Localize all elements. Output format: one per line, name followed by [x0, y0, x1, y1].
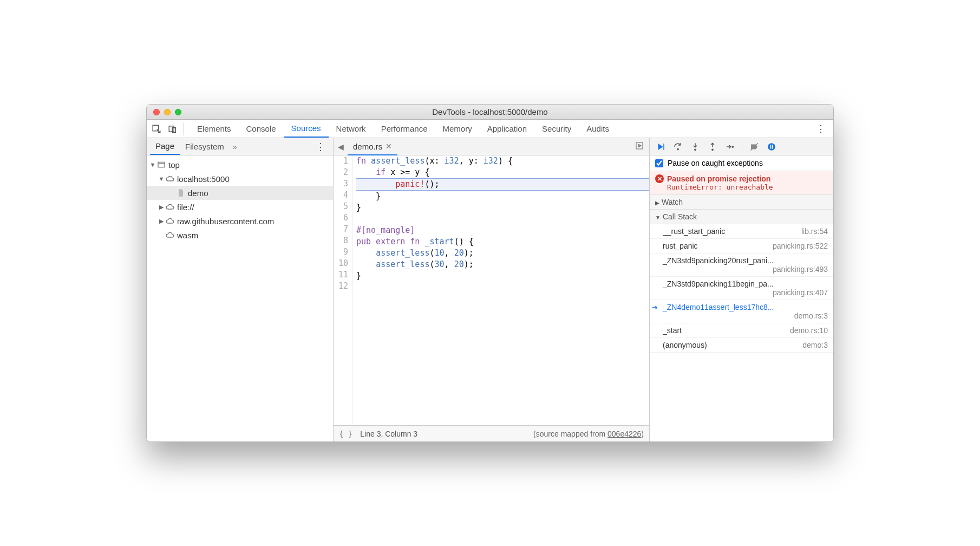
code-line-11[interactable]: } — [356, 270, 649, 282]
code-line-9[interactable]: assert_less(10, 20); — [356, 248, 649, 259]
tab-elements[interactable]: Elements — [190, 120, 239, 138]
stack-frame[interactable]: _ZN3std9panicking20rust_pani...panicking… — [650, 253, 833, 277]
navigator-panel: PageFilesystem » ⋮ ▼ top ▼ localhost:500… — [147, 138, 334, 441]
code-editor[interactable]: 123456789101112 fn assert_less(x: i32, y… — [334, 155, 649, 425]
svg-point-10 — [732, 146, 733, 147]
svg-point-9 — [712, 149, 713, 150]
code-line-2[interactable]: if x >= y { — [356, 167, 649, 178]
stack-frame-location: demo:3 — [799, 341, 828, 349]
navigator-tab-filesystem[interactable]: Filesystem — [180, 138, 230, 155]
tab-console[interactable]: Console — [239, 120, 284, 138]
resume-button[interactable] — [653, 140, 668, 153]
debug-toolbar — [650, 138, 833, 155]
source-mapped-info: (source mapped from 006e4226) — [533, 430, 644, 438]
tab-performance[interactable]: Performance — [374, 120, 435, 138]
stack-frame-function: _ZN4demo11assert_less17hc8... — [663, 303, 774, 311]
step-button[interactable] — [722, 140, 737, 153]
svg-point-12 — [768, 143, 775, 151]
stack-frame-location: demo.rs:3 — [663, 311, 828, 320]
tree-top-label: top — [168, 160, 180, 170]
main-tabs-more-icon[interactable]: ⋮ — [812, 123, 830, 135]
svg-point-7 — [677, 148, 678, 150]
file-tree: ▼ top ▼ localhost:5000 demo ▶ — [147, 155, 333, 441]
stack-frame[interactable]: _startdemo.rs:10 — [650, 323, 833, 338]
code-line-4[interactable]: } — [356, 191, 649, 202]
stack-frame[interactable]: (anonymous)demo:3 — [650, 338, 833, 353]
editor-tab-label: demo.rs — [353, 142, 382, 151]
deactivate-breakpoints-button[interactable] — [747, 140, 762, 153]
tree-host[interactable]: ▼ localhost:5000 — [147, 172, 333, 186]
svg-point-8 — [695, 149, 696, 150]
navigator-menu-icon[interactable]: ⋮ — [311, 141, 330, 153]
editor-panel: ◀ demo.rs ✕ 123456789101112 fn assert_le… — [334, 138, 649, 441]
watch-section-label: Watch — [662, 198, 683, 206]
pause-reason-detail: RuntimeError: unreachable — [655, 183, 828, 191]
tab-sources[interactable]: Sources — [284, 120, 329, 138]
tab-security[interactable]: Security — [534, 120, 579, 138]
source-map-link[interactable]: 006e4226 — [607, 430, 641, 438]
stack-frame-function: _start — [663, 326, 682, 335]
editor-run-indicator-icon[interactable] — [630, 141, 649, 152]
tree-file-demo[interactable]: demo — [147, 186, 333, 200]
tab-application[interactable]: Application — [480, 120, 534, 138]
pause-on-caught-checkbox-row[interactable]: Pause on caught exceptions — [650, 155, 833, 171]
stack-frame-location: panicking.rs:493 — [663, 265, 828, 274]
watch-section-header[interactable]: Watch — [650, 195, 833, 210]
cloud-icon — [165, 230, 175, 240]
code-line-10[interactable]: assert_less(30, 20); — [356, 259, 649, 270]
tree-top[interactable]: ▼ top — [147, 158, 333, 172]
tab-network[interactable]: Network — [329, 120, 374, 138]
code-line-3[interactable]: panic!(); — [356, 178, 649, 191]
stack-frame[interactable]: _ZN3std9panicking11begin_pa...panicking.… — [650, 277, 833, 300]
code-line-8[interactable]: pub extern fn _start() { — [356, 236, 649, 248]
svg-rect-3 — [158, 162, 165, 167]
cloud-icon — [165, 202, 175, 212]
code-line-12[interactable] — [356, 282, 649, 293]
stack-frame-function: rust_panic — [663, 242, 698, 250]
titlebar: DevTools - localhost:5000/demo — [147, 105, 833, 120]
tab-audits[interactable]: Audits — [579, 120, 617, 138]
tree-file-scheme-label: file:// — [177, 203, 194, 212]
editor-tab-demo-rs[interactable]: demo.rs ✕ — [348, 139, 397, 155]
step-out-button[interactable] — [705, 140, 720, 153]
cloud-icon — [165, 216, 175, 226]
svg-rect-13 — [770, 145, 772, 149]
close-icon[interactable]: ✕ — [386, 142, 392, 151]
step-into-button[interactable] — [688, 140, 703, 153]
pause-on-caught-checkbox[interactable] — [655, 159, 663, 167]
code-line-1[interactable]: fn assert_less(x: i32, y: i32) { — [356, 155, 649, 167]
callstack-section-header[interactable]: Call Stack — [650, 210, 833, 224]
device-toolbar-icon[interactable] — [166, 122, 179, 135]
main-tabs-row: ElementsConsoleSourcesNetworkPerformance… — [147, 120, 833, 138]
inspect-element-icon[interactable] — [150, 122, 163, 135]
tree-wasm[interactable]: wasm — [147, 228, 333, 242]
stack-frame[interactable]: rust_panicpanicking.rs:522 — [650, 239, 833, 253]
format-code-button[interactable]: { } — [339, 430, 352, 438]
step-over-button[interactable] — [670, 140, 685, 153]
callstack-section-label: Call Stack — [663, 212, 697, 221]
cursor-position: Line 3, Column 3 — [360, 430, 417, 438]
tree-file-label: demo — [188, 188, 208, 198]
editor-nav-back-icon[interactable]: ◀ — [334, 142, 348, 151]
tree-wasm-label: wasm — [177, 231, 198, 240]
navigator-tab-page[interactable]: Page — [150, 138, 180, 155]
window-icon — [156, 160, 166, 170]
tree-raw-github[interactable]: ▶ raw.githubusercontent.com — [147, 214, 333, 228]
stack-frame-function: _ZN3std9panicking11begin_pa... — [663, 280, 774, 288]
navigator-more-tabs-icon[interactable]: » — [230, 142, 240, 151]
stack-frame-location: panicking.rs:407 — [663, 288, 828, 297]
stack-frame[interactable]: __rust_start_paniclib.rs:54 — [650, 224, 833, 239]
tab-memory[interactable]: Memory — [435, 120, 480, 138]
pause-on-exceptions-button[interactable] — [764, 140, 779, 153]
stack-frame-function: _ZN3std9panicking20rust_pani... — [663, 256, 774, 265]
code-line-6[interactable] — [356, 213, 649, 225]
stack-frame-function: (anonymous) — [663, 341, 707, 349]
code-line-5[interactable]: } — [356, 202, 649, 213]
stack-frame-function: __rust_start_panic — [663, 227, 725, 236]
pause-reason-title: Paused on promise rejection — [667, 174, 770, 183]
devtools-window: DevTools - localhost:5000/demo ElementsC… — [146, 104, 834, 442]
stack-frame[interactable]: ➔_ZN4demo11assert_less17hc8...demo.rs:3 — [650, 300, 833, 323]
code-line-7[interactable]: #[no_mangle] — [356, 225, 649, 236]
svg-rect-14 — [772, 145, 773, 149]
tree-file-scheme[interactable]: ▶ file:// — [147, 200, 333, 214]
